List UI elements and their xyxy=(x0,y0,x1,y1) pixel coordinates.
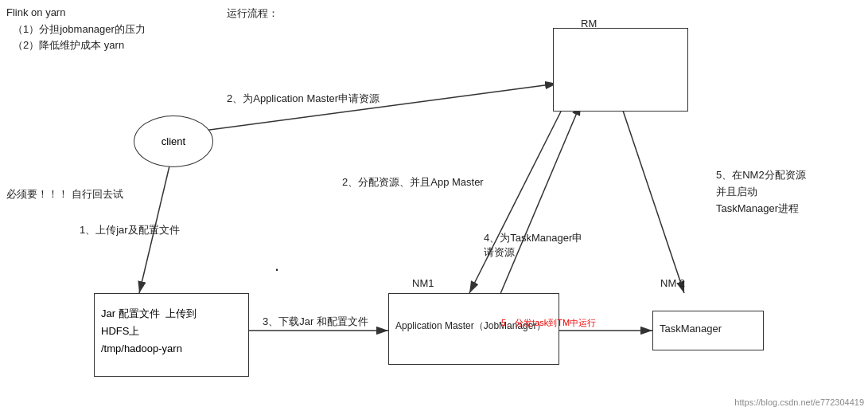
url-label: https://blog.csdn.net/e772304419 xyxy=(734,397,864,407)
step3-label: 3、下载Jar 和配置文件 xyxy=(263,315,368,329)
diagram-container: Flink on yarn （1）分担jobmanager的压力 （2）降低维护… xyxy=(0,0,868,411)
client-label: client xyxy=(162,135,185,147)
task-manager-box: TaskManager xyxy=(652,311,764,350)
hdfs-box: Jar 配置文件 上传到 HDFS上 /tmp/hadoop-yarn xyxy=(94,293,249,377)
step4-label: 4、为TaskManager申请资源 xyxy=(484,231,587,260)
client-ellipse: client xyxy=(134,115,213,167)
step1-label: 1、上传jar及配置文件 xyxy=(80,223,180,237)
flink-on-yarn-label: Flink on yarn xyxy=(6,6,65,18)
flow-title-label: 运行流程： xyxy=(227,6,278,21)
step2b-label: 2、分配资源、并且App Master xyxy=(342,175,484,190)
step5-label: 5、在NM2分配资源并且启动TaskManager进程 xyxy=(716,167,843,217)
nm1-label: NM1 xyxy=(412,277,434,289)
rm-box xyxy=(553,28,688,112)
must-note-label: 必须要！！！ 自行回去试 xyxy=(6,187,123,202)
step5b-label: 5、分发task到TM中运行 xyxy=(501,317,596,329)
nm2-label: NM 2 xyxy=(660,277,685,289)
dot-label: · xyxy=(274,259,279,280)
svg-line-5 xyxy=(621,104,684,293)
svg-line-4 xyxy=(469,104,565,293)
task-manager-label: TaskManager xyxy=(660,323,769,335)
step2-label: 2、为Application Master申请资源 xyxy=(227,92,380,106)
point2-label: （2）降低维护成本 yarn xyxy=(13,38,124,53)
svg-line-1 xyxy=(197,84,557,131)
point1-label: （1）分担jobmanager的压力 xyxy=(13,22,146,37)
svg-line-6 xyxy=(493,104,581,311)
app-master-box: Application Master（JobManager） xyxy=(388,293,559,365)
hdfs-label: Jar 配置文件 上传到 HDFS上 /tmp/hadoop-yarn xyxy=(101,305,255,358)
